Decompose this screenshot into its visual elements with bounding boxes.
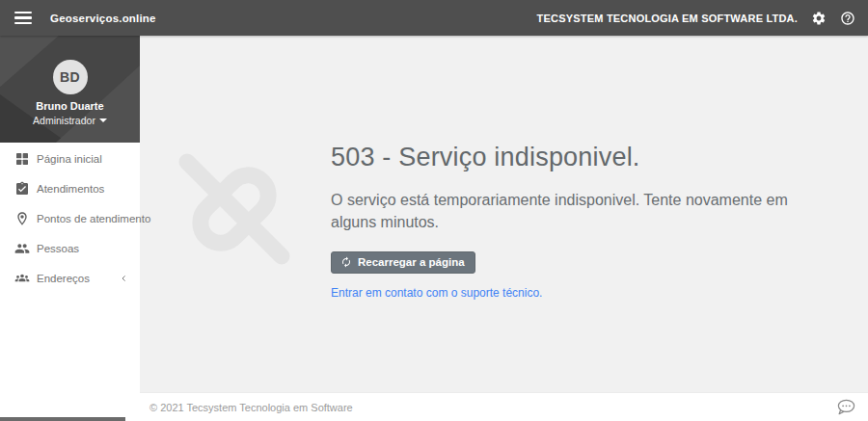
horizontal-scrollbar[interactable] [0, 417, 125, 421]
help-icon[interactable] [840, 11, 855, 26]
broken-link-watermark-icon [157, 132, 312, 286]
copyright-text: © 2021 Tecsystem Tecnologia em Software [149, 402, 353, 413]
sidebar: BD Bruno Duarte Administrador Página ini… [0, 36, 140, 421]
gear-icon[interactable] [811, 11, 827, 26]
sidebar-item-label: Atendimentos [37, 183, 104, 195]
brand-title[interactable]: Geoserviços.online [50, 13, 156, 24]
main-content: 503 - Serviço indisponivel. O serviço es… [140, 36, 868, 392]
chat-bubble-icon[interactable] [836, 399, 856, 415]
chevron-left-icon [120, 274, 128, 282]
sidebar-item-enderecos[interactable]: Endereços [0, 263, 140, 293]
sidebar-item-atendimentos[interactable]: Atendimentos [0, 173, 140, 203]
clipboard-check-icon [14, 181, 30, 197]
sidebar-item-pagina-inicial[interactable]: Página inicial [0, 144, 140, 173]
grid-icon [14, 151, 30, 167]
location-pin-icon [14, 211, 30, 226]
error-message: O serviço está temporariamente indisponi… [331, 189, 805, 233]
app-window: Geoserviços.online TECSYSTEM TECNOLOGIA … [0, 0, 868, 421]
sidebar-menu: Página inicial Atendimentos Pontos de at… [0, 143, 140, 293]
avatar: BD [53, 60, 88, 94]
hamburger-menu-icon[interactable] [14, 12, 32, 24]
user-name: Bruno Duarte [36, 100, 103, 112]
footer: © 2021 Tecsystem Tecnologia em Software [140, 392, 868, 421]
people-icon [14, 241, 30, 256]
groups-icon [14, 271, 30, 286]
caret-down-icon [99, 118, 107, 122]
support-link[interactable]: Entrar em contato com o suporte técnico. [331, 286, 542, 300]
company-name: TECSYSTEM TECNOLOGIA EM SOFTWARE LTDA. [537, 13, 798, 24]
sidebar-item-label: Pontos de atendimento [37, 213, 150, 224]
refresh-icon [340, 256, 352, 268]
error-panel: 503 - Serviço indisponivel. O serviço es… [331, 143, 813, 301]
reload-page-button[interactable]: Recarregar a página [331, 251, 475, 274]
sidebar-item-pessoas[interactable]: Pessoas [0, 233, 140, 263]
error-title: 503 - Serviço indisponivel. [331, 143, 813, 172]
header-right-cluster: TECSYSTEM TECNOLOGIA EM SOFTWARE LTDA. [537, 11, 855, 26]
reload-button-label: Recarregar a página [358, 256, 465, 268]
top-navbar: Geoserviços.online TECSYSTEM TECNOLOGIA … [0, 0, 868, 36]
user-role-label: Administrador [33, 115, 95, 126]
user-panel: BD Bruno Duarte Administrador [0, 36, 140, 143]
sidebar-item-label: Página inicial [37, 153, 102, 165]
sidebar-item-label: Pessoas [37, 243, 79, 254]
user-role-dropdown[interactable]: Administrador [33, 115, 107, 126]
sidebar-item-label: Endereços [37, 273, 90, 284]
sidebar-item-pontos-de-atendimento[interactable]: Pontos de atendimento [0, 203, 140, 233]
